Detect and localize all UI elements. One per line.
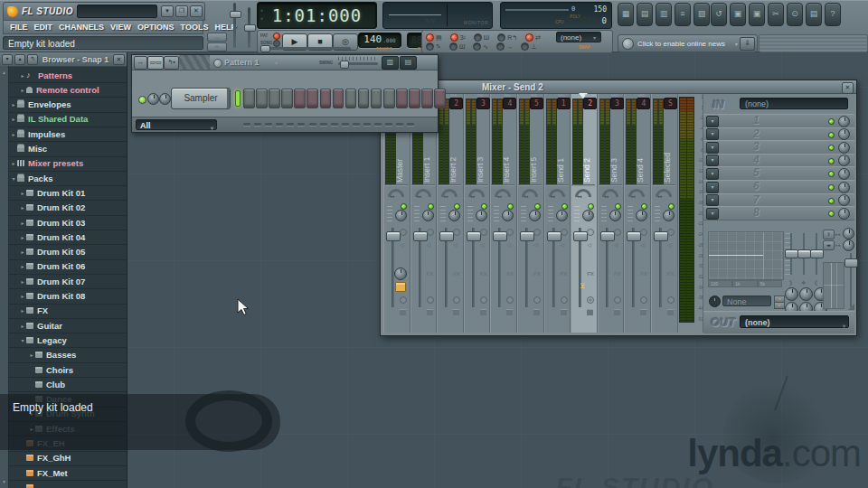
- slot-mix-knob[interactable]: [838, 155, 850, 166]
- slot-mix-knob[interactable]: [838, 168, 850, 180]
- mixer-track-send-2[interactable]: SND2Send 2▸◂◁FX⊻: [571, 94, 598, 333]
- step-cell-8[interactable]: [333, 89, 344, 108]
- step-link-15[interactable]: [396, 123, 403, 126]
- save-track-icon[interactable]: [587, 309, 593, 315]
- mixer-track-insert-2[interactable]: INS2Insert 2▸◂◁FX: [437, 94, 464, 333]
- app-titlebar[interactable]: FL STUDIO ▾ ❐ ✕: [3, 2, 205, 21]
- minimize-button[interactable]: ▾: [161, 5, 174, 17]
- browser-item-drum-kit-05[interactable]: ▸Drum Kit 05: [8, 245, 127, 260]
- fx-slot-4[interactable]: ▾4: [703, 154, 854, 168]
- fx-slot-1[interactable]: ▾1: [703, 114, 854, 128]
- help-button[interactable]: ?: [825, 3, 841, 26]
- fx-enable-label[interactable]: FX: [587, 271, 594, 277]
- browser-item-drum-kit-01[interactable]: ▸Drum Kit 01: [8, 185, 127, 201]
- save-track-icon[interactable]: [533, 309, 540, 315]
- stereo-knob[interactable]: [395, 210, 407, 221]
- step-link-4[interactable]: [276, 123, 283, 126]
- track-enable-led[interactable]: [401, 203, 407, 210]
- mute-icon[interactable]: [587, 229, 594, 236]
- expander-icon[interactable]: ▸: [19, 263, 26, 269]
- fx-enable-label[interactable]: FX: [533, 271, 541, 277]
- mixer-track-insert-4[interactable]: INS4Insert 4▸◂◁FX: [490, 94, 517, 333]
- mixer-track-send-4[interactable]: SND4Send 4▸◂◁FX: [624, 94, 651, 333]
- channel-enable-led[interactable]: [138, 96, 146, 104]
- speaker-icon[interactable]: ◁: [480, 241, 485, 248]
- swing-slider-handle[interactable]: [340, 61, 349, 69]
- expander-icon[interactable]: ▸: [28, 352, 35, 358]
- pattern-name[interactable]: Pattern 1: [224, 58, 259, 67]
- browser-button[interactable]: ≡: [675, 3, 691, 26]
- expander-icon[interactable]: ▸: [19, 307, 26, 314]
- expander-icon[interactable]: ▸: [10, 101, 17, 108]
- expander-icon[interactable]: ▸: [10, 160, 17, 166]
- menu-file[interactable]: FILE: [10, 23, 28, 32]
- volume-fader-handle[interactable]: [386, 231, 401, 241]
- mute-icon[interactable]: [667, 229, 675, 236]
- save-button[interactable]: ▣: [730, 3, 746, 26]
- track-enable-led[interactable]: [641, 203, 647, 210]
- graph-editor-button[interactable]: ▥: [382, 56, 399, 70]
- tempo-display[interactable]: 140 .000: [358, 33, 401, 48]
- speaker-icon[interactable]: ◁: [453, 241, 458, 248]
- expander-icon[interactable]: ▸: [19, 220, 26, 226]
- fx-slot-8[interactable]: ▾8: [703, 206, 854, 221]
- channel-volume-knob[interactable]: [159, 93, 171, 105]
- browser-item-guitar[interactable]: ▸Guitar: [8, 318, 127, 333]
- browser-item-basses[interactable]: ▸Basses: [8, 348, 127, 363]
- browser-item-legacy[interactable]: ▾Legacy: [8, 333, 127, 348]
- speaker-icon[interactable]: ◁: [427, 241, 431, 248]
- expander-icon[interactable]: ▸: [10, 116, 17, 122]
- fx-enable-label[interactable]: FX: [561, 271, 568, 277]
- slot-menu-icon[interactable]: ▾: [706, 155, 719, 166]
- stereo-sep-knob[interactable]: [843, 228, 854, 239]
- expander-icon[interactable]: ▸: [10, 131, 17, 137]
- pattern-dropdown-arrow[interactable]: ▾: [275, 60, 278, 66]
- rack-undo-icon[interactable]: ↰▪: [164, 56, 179, 70]
- step-cell-2[interactable]: [256, 89, 268, 108]
- slot-mix-knob[interactable]: [838, 182, 850, 193]
- step-cell-1[interactable]: [243, 89, 255, 108]
- pan-knob[interactable]: [843, 239, 854, 251]
- browser-item-packs[interactable]: ▾Packs: [8, 171, 127, 186]
- slot-menu-icon[interactable]: ▾: [706, 168, 719, 180]
- news-dropdown-arrow[interactable]: ▾: [735, 41, 738, 47]
- record-toggle-b1[interactable]: Ш: [449, 42, 465, 51]
- track-enable-led[interactable]: [561, 203, 568, 210]
- channel-button[interactable]: Sampler: [171, 88, 231, 109]
- stereo-knob[interactable]: [556, 210, 568, 221]
- browser-item-il-shared-data[interactable]: ▸IL Shared Data: [8, 112, 127, 127]
- fx-enable-label[interactable]: FX: [453, 271, 460, 277]
- volume-fader-handle[interactable]: [493, 231, 507, 241]
- channel-rack-titlebar[interactable]: ↔ ▭▭ ↰▪ Pattern 1 ▾ SWING ▥ ▤: [132, 55, 438, 70]
- record-toggle-b4[interactable]: ⊥: [521, 42, 536, 51]
- channel-filter-select[interactable]: All ▾: [136, 119, 217, 130]
- zoom-button[interactable]: ⊙: [787, 3, 803, 26]
- stereo-knob[interactable]: [609, 210, 621, 221]
- pat-mode-led[interactable]: [273, 33, 280, 40]
- fx-enable-label[interactable]: FX: [640, 271, 647, 277]
- undo-button[interactable]: ↺: [711, 3, 727, 26]
- volume-fader-handle[interactable]: [413, 231, 428, 241]
- mixer-track-insert-5[interactable]: INS5Insert 5▸◂◁FX: [517, 94, 544, 333]
- slot-mix-knob[interactable]: [838, 128, 850, 140]
- eq-graph[interactable]: [708, 231, 784, 280]
- master-volume-slider[interactable]: [233, 3, 236, 48]
- expander-icon[interactable]: ▸: [19, 190, 26, 196]
- browser-item-envelopes[interactable]: ▸Envelopes: [8, 98, 127, 113]
- browser-item-fx[interactable]: ▸FX: [8, 304, 127, 319]
- cut-button[interactable]: ✂: [768, 3, 784, 26]
- arm-record-icon[interactable]: [667, 296, 675, 304]
- close-button[interactable]: ✕: [190, 5, 203, 17]
- save-track-icon[interactable]: [667, 309, 674, 315]
- mixer-close-button[interactable]: ✕: [842, 82, 854, 94]
- arm-record-icon[interactable]: [427, 296, 434, 304]
- track-enable-led[interactable]: [668, 203, 675, 210]
- input-select[interactable]: (none): [740, 98, 848, 109]
- fx-slot-3[interactable]: ▾3: [703, 140, 854, 155]
- record-toggle-4[interactable]: ⇄: [525, 33, 541, 42]
- slot-menu-icon[interactable]: ▾: [706, 128, 719, 140]
- cpu-panel[interactable]: 0 150 CPU POLY 8888 0: [500, 2, 612, 29]
- save-track-icon[interactable]: [506, 309, 513, 315]
- save-track-icon[interactable]: [640, 309, 646, 315]
- mute-icon[interactable]: [506, 229, 514, 236]
